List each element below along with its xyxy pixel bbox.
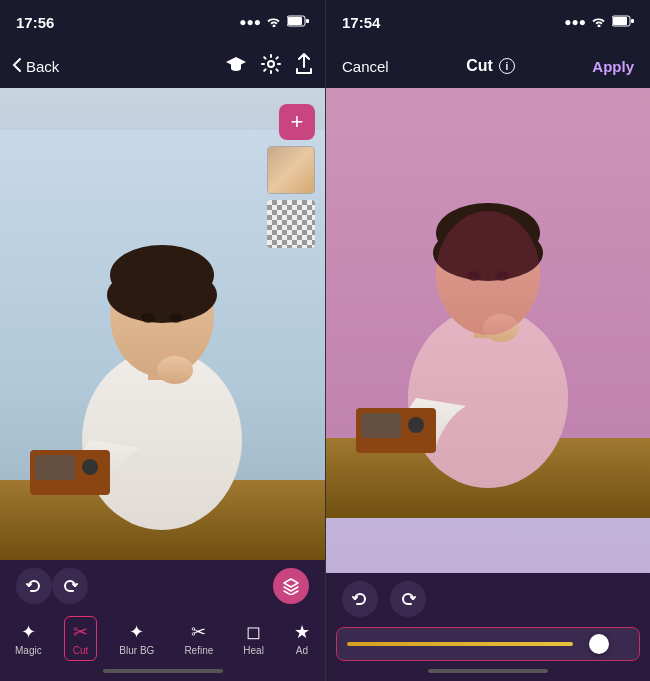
blur-bg-label: Blur BG <box>119 645 154 656</box>
gear-icon[interactable] <box>261 54 281 79</box>
svg-rect-1 <box>288 17 302 25</box>
right-undo-button[interactable] <box>342 581 378 617</box>
cut-title-label: Cut <box>466 57 493 75</box>
slider-thumb[interactable] <box>589 634 609 654</box>
right-action-row <box>326 581 650 617</box>
ad-icon: ★ <box>294 621 310 643</box>
battery-icon <box>287 15 309 30</box>
right-battery-icon <box>612 15 634 30</box>
add-layer-button[interactable]: + <box>279 104 315 140</box>
refine-icon: ✂ <box>191 621 206 643</box>
back-button[interactable]: Back <box>12 57 59 76</box>
svg-point-10 <box>107 267 217 323</box>
transparent-layer-thumbnail[interactable] <box>267 200 315 248</box>
svg-point-12 <box>169 313 183 323</box>
cut-icon: ✂ <box>73 621 88 643</box>
wifi-icon <box>266 15 282 30</box>
tab-magic[interactable]: ✦ Magic <box>7 617 50 660</box>
mortarboard-icon[interactable] <box>225 55 247 78</box>
right-status-icons: ●●● <box>564 15 634 30</box>
heal-label: Heal <box>243 645 264 656</box>
layers-button[interactable] <box>273 568 309 604</box>
cancel-button[interactable]: Cancel <box>342 58 389 75</box>
brush-size-slider-container <box>336 627 640 661</box>
info-button[interactable]: i <box>499 58 515 74</box>
tab-refine[interactable]: ✂ Refine <box>176 617 221 660</box>
tab-cut[interactable]: ✂ Cut <box>64 616 98 661</box>
svg-rect-32 <box>361 413 401 438</box>
right-header: Cancel Cut i Apply <box>326 44 650 88</box>
right-wifi-icon <box>591 15 607 30</box>
signal-icon: ●●● <box>239 15 261 29</box>
svg-point-3 <box>268 61 274 67</box>
right-image-area <box>326 88 650 573</box>
refine-label: Refine <box>184 645 213 656</box>
svg-point-33 <box>408 417 424 433</box>
left-image-bg: + <box>0 88 325 560</box>
blur-bg-icon: ✦ <box>129 621 144 643</box>
svg-rect-19 <box>631 19 634 23</box>
right-redo-button[interactable] <box>390 581 426 617</box>
right-signal-icon: ●●● <box>564 15 586 29</box>
svg-point-15 <box>82 459 98 475</box>
back-chevron-icon <box>12 57 22 76</box>
tab-blur-bg[interactable]: ✦ Blur BG <box>111 617 162 660</box>
cut-label: Cut <box>73 645 89 656</box>
svg-rect-14 <box>35 455 75 480</box>
right-bottom-bar <box>326 573 650 681</box>
right-swipe-indicator <box>428 669 548 673</box>
heal-icon: ◻ <box>246 621 261 643</box>
right-panel: 17:54 ●●● Cancel Cut i <box>325 0 650 681</box>
left-panel: 17:56 ●●● Ba <box>0 0 325 681</box>
tool-tabs: ✦ Magic ✂ Cut ✦ Blur BG ✂ Refine ◻ Heal … <box>0 612 325 669</box>
tab-ad[interactable]: ★ Ad <box>286 617 318 660</box>
svg-point-16 <box>157 356 193 384</box>
magic-icon: ✦ <box>21 621 36 643</box>
left-status-bar: 17:56 ●●● <box>0 0 325 44</box>
info-icon-text: i <box>505 61 508 72</box>
header-icons <box>225 53 313 80</box>
person-silhouette-right <box>326 88 650 518</box>
undo-button[interactable] <box>16 568 52 604</box>
back-label: Back <box>26 58 59 75</box>
left-time: 17:56 <box>16 14 54 31</box>
layer-thumbnail[interactable] <box>267 146 315 194</box>
slider-track[interactable] <box>336 627 640 661</box>
share-icon[interactable] <box>295 53 313 80</box>
svg-point-11 <box>141 313 155 323</box>
ad-label: Ad <box>296 645 308 656</box>
svg-rect-18 <box>613 17 627 25</box>
tab-heal[interactable]: ◻ Heal <box>235 617 272 660</box>
cut-title-group: Cut i <box>466 57 515 75</box>
right-status-bar: 17:54 ●●● <box>326 0 650 44</box>
apply-button[interactable]: Apply <box>592 58 634 75</box>
right-time: 17:54 <box>342 14 380 31</box>
left-image-area: + <box>0 88 325 560</box>
right-image-bg <box>326 88 650 573</box>
left-action-row <box>0 568 325 604</box>
svg-rect-2 <box>306 19 309 23</box>
svg-point-35 <box>436 211 540 335</box>
redo-button[interactable] <box>52 568 88 604</box>
left-header: Back <box>0 44 325 88</box>
thumbnail-image <box>268 147 314 193</box>
slider-fill <box>347 642 573 646</box>
plus-icon: + <box>291 109 304 135</box>
swipe-indicator <box>103 669 223 673</box>
magic-label: Magic <box>15 645 42 656</box>
left-bottom-bar: ✦ Magic ✂ Cut ✦ Blur BG ✂ Refine ◻ Heal … <box>0 560 325 681</box>
left-status-icons: ●●● <box>239 15 309 30</box>
